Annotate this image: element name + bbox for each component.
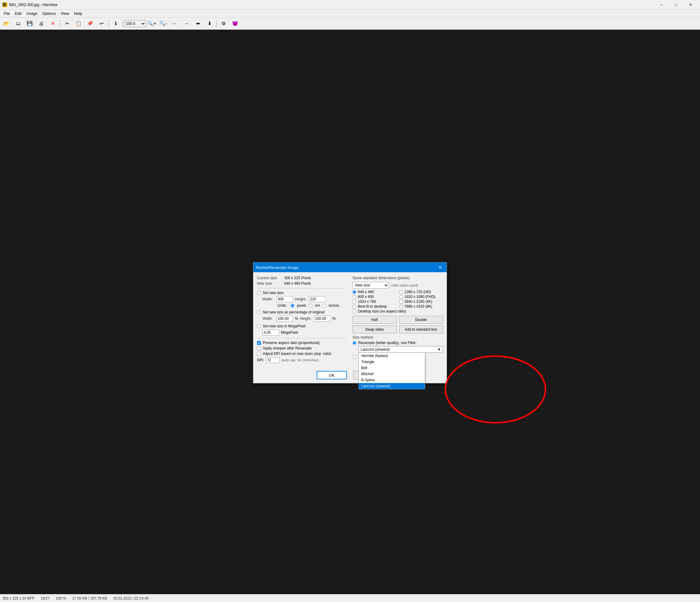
separator-3	[123, 20, 123, 27]
std-dims-select[interactable]: New size:	[352, 282, 389, 289]
filter-bspline[interactable]: B-Spline	[359, 377, 425, 383]
add-standard-box-button[interactable]: Add to standard box	[399, 325, 443, 333]
unit-cm-radio[interactable]	[308, 304, 312, 308]
maximize-button[interactable]: □	[669, 0, 683, 9]
menu-file[interactable]: File	[1, 10, 12, 17]
minimize-button[interactable]: ─	[654, 0, 669, 9]
filter-hermite[interactable]: Hermite (fastest)	[359, 353, 425, 359]
set-new-size-label[interactable]: Set new size:	[263, 291, 284, 295]
unit-inches-label[interactable]: inches	[328, 304, 339, 308]
height-input[interactable]	[309, 296, 325, 302]
close-button[interactable]: ✕	[684, 0, 698, 9]
resize-radio[interactable]	[352, 355, 356, 359]
size-1920-radio[interactable]	[399, 295, 403, 299]
unit-inches-radio[interactable]	[322, 304, 326, 308]
filter-lanczos[interactable]: Lanczos (slowest)	[359, 383, 425, 389]
zoom-out-button[interactable]: 🔍-	[158, 19, 169, 29]
open-button[interactable]: 📂	[1, 19, 12, 29]
filter-options-list: Hermite (fastest) Triangle Bell Mitchell…	[358, 353, 425, 389]
menu-image[interactable]: Image	[24, 10, 40, 17]
set-percentage-row: Set new size as percentage of original:	[257, 310, 348, 314]
settings-button[interactable]: ⚙	[218, 19, 229, 29]
apply-sharpen-checkbox[interactable]	[257, 346, 261, 350]
separator-1	[60, 20, 60, 27]
thumbnail-button[interactable]: 🗂	[13, 19, 24, 29]
size-640-radio[interactable]	[352, 290, 356, 294]
adjust-dpi-checkbox[interactable]	[257, 352, 261, 356]
half-button[interactable]: Half	[352, 316, 397, 324]
copy-button[interactable]: 📋	[73, 19, 84, 29]
menu-view[interactable]: View	[58, 10, 72, 17]
divider-2	[257, 338, 348, 338]
unit-pixels-label[interactable]: pixels	[297, 304, 306, 308]
apply-sharpen-label[interactable]: Apply sharpen after Resample	[263, 346, 311, 350]
size-7680-label: 7680 x 4320 (8K)	[404, 304, 432, 309]
double-button[interactable]: Double	[399, 316, 443, 324]
set-percentage-radio[interactable]	[257, 310, 261, 314]
prev-button[interactable]: ←	[169, 19, 180, 29]
size-method-title: Size method:	[352, 335, 443, 339]
set-megapixel-radio[interactable]	[257, 324, 261, 328]
prev-folder-button[interactable]: ⬅	[193, 19, 203, 29]
paste-button[interactable]: 📌	[84, 19, 96, 29]
new-size-label: New size:	[257, 281, 284, 286]
menu-bar: File Edit Image Options View Help	[0, 10, 700, 18]
menu-edit[interactable]: Edit	[12, 10, 24, 17]
size-desktop-row: Desktop size (no aspect ratio)	[352, 309, 443, 313]
preserve-aspect-checkbox[interactable]	[257, 341, 261, 345]
resample-radio[interactable]	[352, 341, 356, 345]
pct-width-input[interactable]	[276, 316, 293, 321]
size-desktop-radio[interactable]	[352, 310, 356, 313]
pct-width-label: Width:	[262, 316, 275, 321]
undo-button[interactable]: ↩	[96, 19, 107, 29]
devil-button[interactable]: 😈	[230, 19, 241, 29]
cut-button[interactable]: ✂	[61, 19, 72, 29]
next-button[interactable]: →	[181, 19, 192, 29]
next-folder-button[interactable]: ⬇	[204, 19, 215, 29]
unit-pixels-radio[interactable]	[291, 304, 295, 308]
menu-options[interactable]: Options	[40, 10, 58, 17]
size-1280-radio[interactable]	[399, 290, 403, 294]
set-megapixel-label[interactable]: Set new size in MegaPixel:	[263, 324, 306, 328]
print-button[interactable]: 🖨	[36, 19, 47, 29]
unit-cm-label[interactable]: cm	[315, 304, 320, 308]
size-800-radio[interactable]	[352, 295, 356, 299]
apply-sharpen-row: Apply sharpen after Resample	[257, 346, 348, 350]
preserve-aspect-label[interactable]: Preserve aspect ratio (proportional)	[263, 341, 320, 345]
size-1280-label: 1280 x 720 (HD)	[404, 290, 431, 294]
status-zoom: 100 %	[56, 596, 66, 601]
filter-select-bar[interactable]: Lanczos (slowest) ▼	[358, 346, 443, 353]
zoom-in-button[interactable]: 🔍+	[146, 19, 157, 29]
save-button[interactable]: 💾	[24, 19, 35, 29]
megapixel-input[interactable]	[262, 330, 279, 336]
size-800-label: 800 x 600	[358, 295, 374, 299]
filter-triangle[interactable]: Triangle	[359, 359, 425, 365]
menu-help[interactable]: Help	[72, 10, 84, 17]
size-7680-radio[interactable]	[399, 305, 403, 309]
pct-height-label: Height:	[300, 316, 312, 321]
width-input[interactable]	[276, 296, 293, 302]
delete-button[interactable]: ✕	[47, 19, 58, 29]
size-3840-radio[interactable]	[399, 300, 403, 304]
size-bestfit-label: Best fit to desktop	[358, 304, 387, 309]
swap-add-row: Swap sides Add to standard box	[352, 325, 443, 333]
separator-2	[108, 20, 109, 27]
resample-label[interactable]: Resample (better quality), use Filter:	[358, 341, 417, 345]
dpi-input[interactable]	[266, 357, 279, 363]
zoom-select[interactable]: 100.0	[125, 20, 146, 27]
dialog-close-button[interactable]: ✕	[436, 263, 444, 271]
set-new-size-radio[interactable]	[257, 291, 261, 295]
info-button[interactable]: ℹ	[110, 19, 121, 29]
size-1024-radio[interactable]	[352, 300, 356, 304]
filter-mitchell[interactable]: Mitchell	[359, 371, 425, 377]
dialog-overlay: Resize/Resample image ✕ Current size: 30…	[0, 59, 700, 586]
swap-sides-button[interactable]: Swap sides	[352, 325, 397, 333]
pct-height-input[interactable]	[314, 316, 331, 321]
ok-button[interactable]: OK	[317, 371, 347, 379]
resize-dialog: Resize/Resample image ✕ Current size: 30…	[253, 262, 447, 383]
filter-bell[interactable]: Bell	[359, 365, 425, 371]
title-bar: 🖼 IMG_2952-300.jpg - IrfanView ─ □ ✕	[0, 0, 700, 10]
adjust-dpi-label[interactable]: Adjust DPI based on new sizes (asp. rati…	[263, 351, 331, 356]
size-bestfit-radio[interactable]	[352, 305, 356, 309]
set-percentage-label[interactable]: Set new size as percentage of original:	[263, 310, 325, 314]
